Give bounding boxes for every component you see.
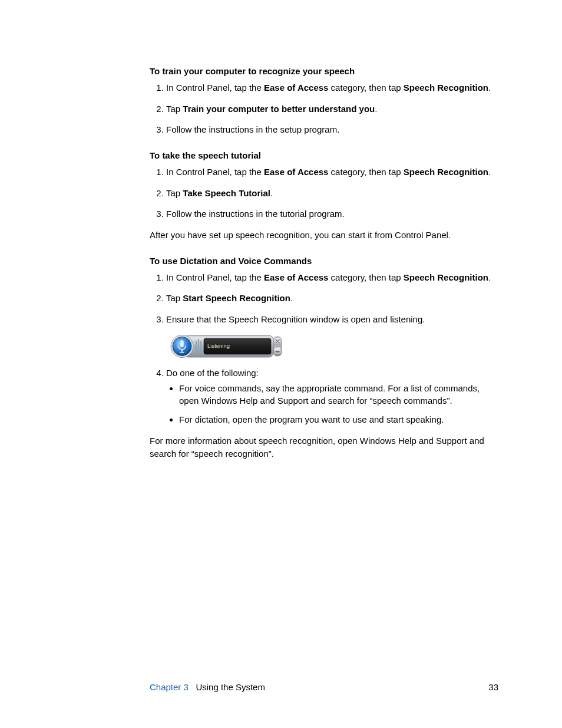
paragraph: After you have set up speech recognition… xyxy=(150,229,498,242)
heading-use-dictation: To use Dictation and Voice Commands xyxy=(150,255,498,268)
text: In Control Panel, tap the xyxy=(166,83,264,93)
text: . xyxy=(290,293,293,303)
step: In Control Panel, tap the Ease of Access… xyxy=(166,166,498,179)
text: . xyxy=(488,83,491,93)
page-number: 33 xyxy=(488,681,498,694)
step: Tap Train your computer to better unders… xyxy=(166,103,498,116)
widget-minimize-button[interactable] xyxy=(274,347,281,354)
mic-button[interactable] xyxy=(171,335,193,357)
heading-speech-tutorial: To take the speech tutorial xyxy=(150,149,498,162)
text: Follow the instructions in the setup pro… xyxy=(166,124,339,134)
svg-rect-2 xyxy=(196,341,197,352)
bold: Ease of Access xyxy=(264,83,329,93)
sub-step: For voice commands, say the appropriate … xyxy=(179,382,498,408)
text: Do one of the following: xyxy=(166,368,259,378)
svg-rect-11 xyxy=(180,340,183,347)
svg-rect-7 xyxy=(274,347,281,354)
chapter-title-text: Using the System xyxy=(196,682,265,692)
speech-recognition-widget: Listening xyxy=(167,334,283,358)
text: Tap xyxy=(166,188,183,198)
step: Ensure that the Speech Recognition windo… xyxy=(166,313,498,326)
chapter-link[interactable]: Chapter 3 xyxy=(150,682,189,692)
step: Do one of the following: For voice comma… xyxy=(166,367,498,426)
steps-use-continued: Do one of the following: For voice comma… xyxy=(150,367,498,426)
text: For voice commands, say the appropriate … xyxy=(179,383,480,406)
text: Follow the instructions in the tutorial … xyxy=(166,209,345,219)
bold: Start Speech Recognition xyxy=(183,293,290,303)
text: Tap xyxy=(166,104,183,114)
bold: Ease of Access xyxy=(264,167,329,177)
text: Tap xyxy=(166,293,183,303)
text: . xyxy=(270,188,273,198)
steps-train: In Control Panel, tap the Ease of Access… xyxy=(150,81,498,136)
text: For dictation, open the program you want… xyxy=(179,414,444,424)
widget-close-button[interactable] xyxy=(274,338,281,345)
svg-rect-8 xyxy=(276,351,280,353)
bold: Speech Recognition xyxy=(404,83,488,93)
bold: Speech Recognition xyxy=(404,167,488,177)
page: To train your computer to recognize your… xyxy=(0,0,562,728)
svg-rect-13 xyxy=(180,352,184,353)
sub-step: For dictation, open the program you want… xyxy=(179,413,498,426)
bold: Take Speech Tutorial xyxy=(183,188,270,198)
page-footer: Chapter 3 Using the System 33 xyxy=(150,681,498,694)
text: category, then tap xyxy=(328,83,403,93)
step: Follow the instructions in the setup pro… xyxy=(166,123,498,136)
widget-status-label: Listening xyxy=(207,342,230,349)
step: In Control Panel, tap the Ease of Access… xyxy=(166,81,498,94)
bold: Train your computer to better understand… xyxy=(183,104,375,114)
step: Follow the instructions in the tutorial … xyxy=(166,207,498,220)
steps-use: In Control Panel, tap the Ease of Access… xyxy=(150,271,498,326)
text: . xyxy=(488,272,491,282)
step: Tap Take Speech Tutorial. xyxy=(166,187,498,200)
svg-rect-4 xyxy=(200,341,201,352)
sub-steps: For voice commands, say the appropriate … xyxy=(166,382,498,426)
step: In Control Panel, tap the Ease of Access… xyxy=(166,271,498,284)
svg-rect-12 xyxy=(181,350,183,352)
text: In Control Panel, tap the xyxy=(166,167,264,177)
chapter-reference: Chapter 3 Using the System xyxy=(150,681,265,694)
step: Tap Start Speech Recognition. xyxy=(166,292,498,305)
text: category, then tap xyxy=(328,167,403,177)
heading-train-speech: To train your computer to recognize your… xyxy=(150,65,498,78)
bold: Speech Recognition xyxy=(404,272,488,282)
text: . xyxy=(488,167,491,177)
paragraph: For more information about speech recogn… xyxy=(150,434,498,460)
text: Ensure that the Speech Recognition windo… xyxy=(166,314,425,324)
steps-tutorial: In Control Panel, tap the Ease of Access… xyxy=(150,166,498,220)
svg-rect-3 xyxy=(198,339,199,354)
bold: Ease of Access xyxy=(264,272,329,282)
text: In Control Panel, tap the xyxy=(166,272,264,282)
text: . xyxy=(375,104,377,114)
text: category, then tap xyxy=(328,272,403,282)
